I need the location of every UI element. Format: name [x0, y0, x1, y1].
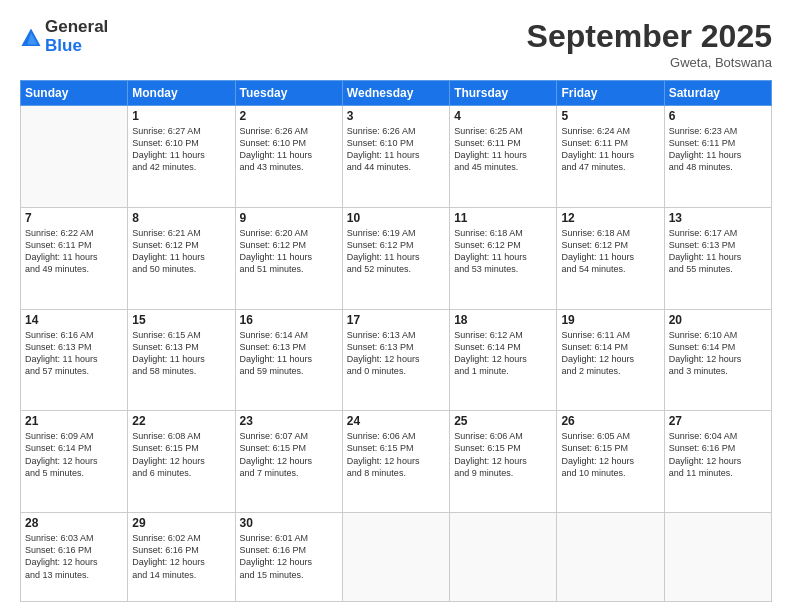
calendar-cell: 28Sunrise: 6:03 AM Sunset: 6:16 PM Dayli… [21, 513, 128, 602]
location: Gweta, Botswana [527, 55, 772, 70]
calendar-cell: 23Sunrise: 6:07 AM Sunset: 6:15 PM Dayli… [235, 411, 342, 513]
weekday-sunday: Sunday [21, 81, 128, 106]
day-number: 24 [347, 414, 445, 428]
day-number: 5 [561, 109, 659, 123]
calendar-cell: 1Sunrise: 6:27 AM Sunset: 6:10 PM Daylig… [128, 106, 235, 208]
page: General Blue September 2025 Gweta, Botsw… [0, 0, 792, 612]
day-number: 22 [132, 414, 230, 428]
day-info: Sunrise: 6:06 AM Sunset: 6:15 PM Dayligh… [454, 430, 552, 479]
calendar-week-4: 28Sunrise: 6:03 AM Sunset: 6:16 PM Dayli… [21, 513, 772, 602]
day-number: 30 [240, 516, 338, 530]
day-number: 18 [454, 313, 552, 327]
calendar-cell [664, 513, 771, 602]
calendar-cell: 27Sunrise: 6:04 AM Sunset: 6:16 PM Dayli… [664, 411, 771, 513]
day-info: Sunrise: 6:18 AM Sunset: 6:12 PM Dayligh… [454, 227, 552, 276]
calendar-week-1: 7Sunrise: 6:22 AM Sunset: 6:11 PM Daylig… [21, 207, 772, 309]
day-info: Sunrise: 6:02 AM Sunset: 6:16 PM Dayligh… [132, 532, 230, 581]
weekday-tuesday: Tuesday [235, 81, 342, 106]
day-number: 20 [669, 313, 767, 327]
day-number: 1 [132, 109, 230, 123]
day-info: Sunrise: 6:01 AM Sunset: 6:16 PM Dayligh… [240, 532, 338, 581]
day-number: 15 [132, 313, 230, 327]
logo: General Blue [20, 18, 108, 55]
weekday-monday: Monday [128, 81, 235, 106]
day-info: Sunrise: 6:18 AM Sunset: 6:12 PM Dayligh… [561, 227, 659, 276]
day-number: 26 [561, 414, 659, 428]
day-number: 16 [240, 313, 338, 327]
calendar: Sunday Monday Tuesday Wednesday Thursday… [20, 80, 772, 602]
day-number: 4 [454, 109, 552, 123]
day-number: 25 [454, 414, 552, 428]
day-number: 10 [347, 211, 445, 225]
day-number: 19 [561, 313, 659, 327]
day-info: Sunrise: 6:04 AM Sunset: 6:16 PM Dayligh… [669, 430, 767, 479]
weekday-thursday: Thursday [450, 81, 557, 106]
calendar-cell [557, 513, 664, 602]
calendar-week-2: 14Sunrise: 6:16 AM Sunset: 6:13 PM Dayli… [21, 309, 772, 411]
calendar-week-0: 1Sunrise: 6:27 AM Sunset: 6:10 PM Daylig… [21, 106, 772, 208]
day-info: Sunrise: 6:21 AM Sunset: 6:12 PM Dayligh… [132, 227, 230, 276]
calendar-cell: 29Sunrise: 6:02 AM Sunset: 6:16 PM Dayli… [128, 513, 235, 602]
calendar-cell: 2Sunrise: 6:26 AM Sunset: 6:10 PM Daylig… [235, 106, 342, 208]
logo-general-text: General [45, 18, 108, 37]
day-number: 2 [240, 109, 338, 123]
calendar-cell: 11Sunrise: 6:18 AM Sunset: 6:12 PM Dayli… [450, 207, 557, 309]
day-number: 3 [347, 109, 445, 123]
calendar-cell: 19Sunrise: 6:11 AM Sunset: 6:14 PM Dayli… [557, 309, 664, 411]
month-title: September 2025 [527, 18, 772, 55]
day-info: Sunrise: 6:05 AM Sunset: 6:15 PM Dayligh… [561, 430, 659, 479]
day-number: 27 [669, 414, 767, 428]
calendar-cell: 22Sunrise: 6:08 AM Sunset: 6:15 PM Dayli… [128, 411, 235, 513]
day-number: 9 [240, 211, 338, 225]
day-info: Sunrise: 6:09 AM Sunset: 6:14 PM Dayligh… [25, 430, 123, 479]
day-number: 28 [25, 516, 123, 530]
calendar-cell: 21Sunrise: 6:09 AM Sunset: 6:14 PM Dayli… [21, 411, 128, 513]
day-info: Sunrise: 6:26 AM Sunset: 6:10 PM Dayligh… [240, 125, 338, 174]
day-info: Sunrise: 6:27 AM Sunset: 6:10 PM Dayligh… [132, 125, 230, 174]
calendar-cell: 12Sunrise: 6:18 AM Sunset: 6:12 PM Dayli… [557, 207, 664, 309]
calendar-cell: 18Sunrise: 6:12 AM Sunset: 6:14 PM Dayli… [450, 309, 557, 411]
day-number: 11 [454, 211, 552, 225]
calendar-cell: 30Sunrise: 6:01 AM Sunset: 6:16 PM Dayli… [235, 513, 342, 602]
title-area: September 2025 Gweta, Botswana [527, 18, 772, 70]
day-info: Sunrise: 6:13 AM Sunset: 6:13 PM Dayligh… [347, 329, 445, 378]
day-info: Sunrise: 6:26 AM Sunset: 6:10 PM Dayligh… [347, 125, 445, 174]
day-info: Sunrise: 6:12 AM Sunset: 6:14 PM Dayligh… [454, 329, 552, 378]
day-info: Sunrise: 6:03 AM Sunset: 6:16 PM Dayligh… [25, 532, 123, 581]
header: General Blue September 2025 Gweta, Botsw… [20, 18, 772, 70]
calendar-cell: 24Sunrise: 6:06 AM Sunset: 6:15 PM Dayli… [342, 411, 449, 513]
weekday-saturday: Saturday [664, 81, 771, 106]
day-number: 14 [25, 313, 123, 327]
day-number: 12 [561, 211, 659, 225]
day-number: 29 [132, 516, 230, 530]
day-info: Sunrise: 6:22 AM Sunset: 6:11 PM Dayligh… [25, 227, 123, 276]
day-number: 7 [25, 211, 123, 225]
calendar-body: 1Sunrise: 6:27 AM Sunset: 6:10 PM Daylig… [21, 106, 772, 602]
calendar-cell: 20Sunrise: 6:10 AM Sunset: 6:14 PM Dayli… [664, 309, 771, 411]
calendar-cell: 5Sunrise: 6:24 AM Sunset: 6:11 PM Daylig… [557, 106, 664, 208]
day-info: Sunrise: 6:16 AM Sunset: 6:13 PM Dayligh… [25, 329, 123, 378]
day-info: Sunrise: 6:06 AM Sunset: 6:15 PM Dayligh… [347, 430, 445, 479]
calendar-cell: 7Sunrise: 6:22 AM Sunset: 6:11 PM Daylig… [21, 207, 128, 309]
logo-icon [20, 27, 42, 49]
calendar-cell: 9Sunrise: 6:20 AM Sunset: 6:12 PM Daylig… [235, 207, 342, 309]
day-info: Sunrise: 6:15 AM Sunset: 6:13 PM Dayligh… [132, 329, 230, 378]
calendar-cell [21, 106, 128, 208]
calendar-header: Sunday Monday Tuesday Wednesday Thursday… [21, 81, 772, 106]
logo-blue-text: Blue [45, 37, 108, 56]
calendar-cell: 4Sunrise: 6:25 AM Sunset: 6:11 PM Daylig… [450, 106, 557, 208]
weekday-wednesday: Wednesday [342, 81, 449, 106]
day-number: 8 [132, 211, 230, 225]
day-number: 17 [347, 313, 445, 327]
calendar-cell: 8Sunrise: 6:21 AM Sunset: 6:12 PM Daylig… [128, 207, 235, 309]
calendar-cell: 3Sunrise: 6:26 AM Sunset: 6:10 PM Daylig… [342, 106, 449, 208]
day-info: Sunrise: 6:08 AM Sunset: 6:15 PM Dayligh… [132, 430, 230, 479]
calendar-cell: 13Sunrise: 6:17 AM Sunset: 6:13 PM Dayli… [664, 207, 771, 309]
day-info: Sunrise: 6:24 AM Sunset: 6:11 PM Dayligh… [561, 125, 659, 174]
weekday-friday: Friday [557, 81, 664, 106]
day-info: Sunrise: 6:23 AM Sunset: 6:11 PM Dayligh… [669, 125, 767, 174]
day-info: Sunrise: 6:07 AM Sunset: 6:15 PM Dayligh… [240, 430, 338, 479]
day-info: Sunrise: 6:11 AM Sunset: 6:14 PM Dayligh… [561, 329, 659, 378]
day-number: 23 [240, 414, 338, 428]
calendar-cell [342, 513, 449, 602]
